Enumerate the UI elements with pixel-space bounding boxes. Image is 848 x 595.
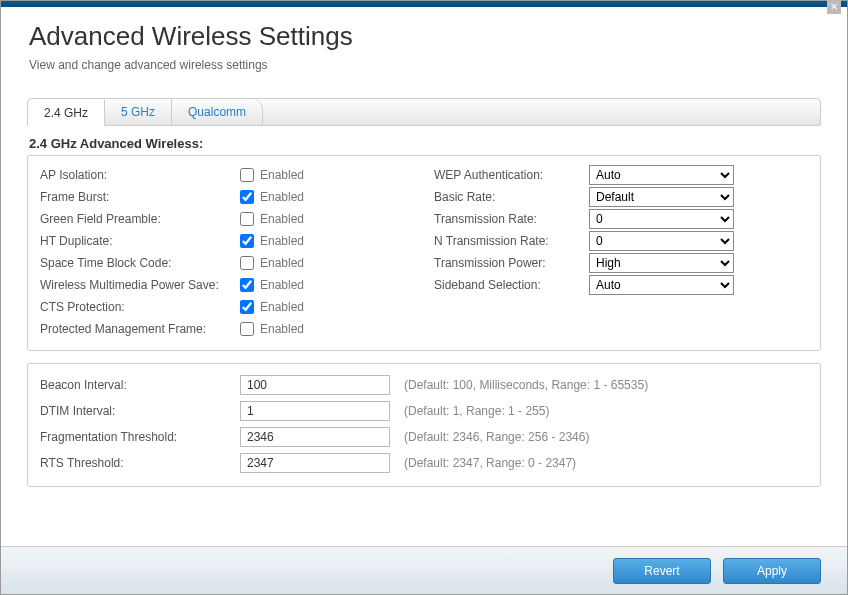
numeric-panel: Beacon Interval:(Default: 100, Milliseco… [27,363,821,487]
tab-qualcomm[interactable]: Qualcomm [172,99,263,125]
numeric-input[interactable] [240,427,390,447]
field-hint: (Default: 2346, Range: 256 - 2346) [404,430,589,444]
select-row: WEP Authentication:Auto [434,164,808,186]
enabled-checkbox[interactable] [240,322,254,336]
select-row: Transmission Power:High [434,252,808,274]
field-label: Basic Rate: [434,190,589,204]
field-label: HT Duplicate: [40,234,240,248]
enabled-checkbox[interactable] [240,278,254,292]
field-label: DTIM Interval: [40,404,240,418]
page-subtitle: View and change advanced wireless settin… [29,58,819,72]
tab-bar: 2.4 GHz 5 GHz Qualcomm [27,98,821,126]
title-bar [1,1,847,7]
field-label: Frame Burst: [40,190,240,204]
select-row: N Transmission Rate:0 [434,230,808,252]
field-label: Green Field Preamble: [40,212,240,226]
enabled-checkbox[interactable] [240,300,254,314]
field-label: Transmission Power: [434,256,589,270]
checkbox-row: Protected Management Frame:Enabled [40,318,414,340]
field-label: N Transmission Rate: [434,234,589,248]
enabled-checkbox[interactable] [240,190,254,204]
select-row: Basic Rate:Default [434,186,808,208]
dialog-body: 2.4 GHz 5 GHz Qualcomm 2.4 GHz Advanced … [1,80,847,546]
section-title: 2.4 GHz Advanced Wireless: [29,136,821,151]
value-select[interactable]: High [589,253,734,273]
field-label: CTS Protection: [40,300,240,314]
checkbox-row: Space Time Block Code:Enabled [40,252,414,274]
tab-24ghz[interactable]: 2.4 GHz [28,100,105,126]
enabled-checkbox[interactable] [240,234,254,248]
enabled-label: Enabled [260,234,304,248]
value-select[interactable]: Default [589,187,734,207]
select-row: Transmission Rate:0 [434,208,808,230]
enabled-label: Enabled [260,168,304,182]
enabled-label: Enabled [260,190,304,204]
checkbox-panel: AP Isolation:EnabledFrame Burst:EnabledG… [27,155,821,351]
field-label: RTS Threshold: [40,456,240,470]
checkbox-row: HT Duplicate:Enabled [40,230,414,252]
field-label: Transmission Rate: [434,212,589,226]
enabled-label: Enabled [260,322,304,336]
field-label: Fragmentation Threshold: [40,430,240,444]
right-select-column: WEP Authentication:AutoBasic Rate:Defaul… [434,164,808,340]
checkbox-row: CTS Protection:Enabled [40,296,414,318]
checkbox-row: Green Field Preamble:Enabled [40,208,414,230]
field-label: Beacon Interval: [40,378,240,392]
enabled-checkbox[interactable] [240,256,254,270]
settings-dialog: ✕ Advanced Wireless Settings View and ch… [0,0,848,595]
field-label: Space Time Block Code: [40,256,240,270]
checkbox-row: Frame Burst:Enabled [40,186,414,208]
field-label: Wireless Multimedia Power Save: [40,278,240,292]
value-select[interactable]: 0 [589,209,734,229]
dialog-header: Advanced Wireless Settings View and chan… [1,7,847,80]
revert-button[interactable]: Revert [613,558,711,584]
field-label: Protected Management Frame: [40,322,240,336]
enabled-checkbox[interactable] [240,212,254,226]
field-label: AP Isolation: [40,168,240,182]
enabled-checkbox[interactable] [240,168,254,182]
value-select[interactable]: 0 [589,231,734,251]
page-title: Advanced Wireless Settings [29,21,819,52]
checkbox-row: AP Isolation:Enabled [40,164,414,186]
enabled-label: Enabled [260,300,304,314]
checkbox-row: Wireless Multimedia Power Save:Enabled [40,274,414,296]
numeric-row: Fragmentation Threshold:(Default: 2346, … [40,424,808,450]
field-label: Sideband Selection: [434,278,589,292]
select-row: Sideband Selection:Auto [434,274,808,296]
apply-button[interactable]: Apply [723,558,821,584]
numeric-input[interactable] [240,401,390,421]
enabled-label: Enabled [260,256,304,270]
close-icon[interactable]: ✕ [827,0,841,14]
enabled-label: Enabled [260,212,304,226]
left-checkbox-column: AP Isolation:EnabledFrame Burst:EnabledG… [40,164,414,340]
field-hint: (Default: 1, Range: 1 - 255) [404,404,549,418]
field-hint: (Default: 2347, Range: 0 - 2347) [404,456,576,470]
enabled-label: Enabled [260,278,304,292]
numeric-row: Beacon Interval:(Default: 100, Milliseco… [40,372,808,398]
numeric-row: DTIM Interval:(Default: 1, Range: 1 - 25… [40,398,808,424]
field-label: WEP Authentication: [434,168,589,182]
numeric-input[interactable] [240,453,390,473]
dialog-footer: Revert Apply [1,546,847,594]
field-hint: (Default: 100, Milliseconds, Range: 1 - … [404,378,648,392]
tab-5ghz[interactable]: 5 GHz [105,99,172,125]
numeric-input[interactable] [240,375,390,395]
value-select[interactable]: Auto [589,275,734,295]
value-select[interactable]: Auto [589,165,734,185]
numeric-row: RTS Threshold:(Default: 2347, Range: 0 -… [40,450,808,476]
